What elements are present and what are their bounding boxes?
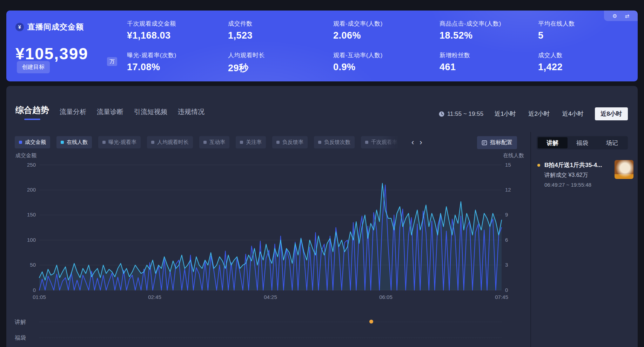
chip-marker: [318, 141, 321, 144]
metric-value: 5: [538, 30, 575, 41]
chip-label: 曝光-观看率: [108, 139, 136, 146]
metric-exposure-view-rate: 曝光-观看率(次数) 17.08%: [127, 51, 176, 73]
timeline-guide-luckybag: [39, 338, 502, 338]
tab-violations[interactable]: 违规情况: [177, 105, 205, 120]
chip-label: 负反馈次数: [324, 139, 350, 146]
chip-marker: [276, 141, 280, 144]
rp-tab-luckybag[interactable]: 福袋: [568, 137, 597, 148]
x-tick-0105: 01:05: [28, 294, 50, 300]
range-button-2h[interactable]: 近2小时: [527, 107, 551, 120]
x-tick-0605: 06:05: [375, 294, 397, 300]
swap-layout-icon[interactable]: ⇄: [625, 13, 629, 19]
chip-follow-rate[interactable]: 关注率: [236, 136, 266, 148]
banner-title: 直播间成交金额: [27, 22, 84, 32]
chip-per-mille-view[interactable]: 千次观看率: [361, 136, 402, 148]
chip-gmv[interactable]: 成交金额: [15, 136, 50, 148]
tab-referral-short-video[interactable]: 引流短视频: [133, 105, 168, 120]
settings-gear-icon[interactable]: ⚙: [612, 13, 617, 19]
gmv-unit-badge: 万: [107, 57, 117, 66]
trend-tabs: 综合趋势 流量分析 流量诊断 引流短视频 违规情况: [15, 102, 205, 120]
metric-value: 1,422: [538, 62, 563, 73]
chip-exposure-view-rate[interactable]: 曝光-观看率: [98, 136, 141, 148]
item-status-dot: [537, 164, 540, 167]
chip-label: 人均观看时长: [157, 139, 189, 146]
chip-marker: [102, 141, 106, 144]
chip-label: 在线人数: [67, 139, 88, 146]
metric-avg-watch-duration: 人均观看时长 29秒: [228, 51, 265, 74]
metric-value: 18.52%: [440, 30, 501, 41]
metric-gpm: 千次观看成交金额 ¥1,168.03: [127, 20, 176, 41]
rp-tab-log[interactable]: 场记: [597, 137, 627, 148]
metric-label: 商品点击-成交率(人数): [440, 20, 501, 28]
time-range-row: 11:55 ~ 19:55 近1小时 近2小时 近4小时 近8小时: [439, 107, 628, 120]
timeline-guide-explain: [39, 322, 502, 322]
chip-negative-feedback-count[interactable]: 负反馈次数: [314, 136, 355, 148]
timeline-row-explain-label: 讲解: [15, 319, 26, 326]
gmv-main-value: ¥105,399: [15, 44, 88, 63]
chip-label: 互动率: [209, 139, 225, 146]
metric-new-followers: 新增粉丝数 461: [440, 51, 470, 73]
metric-avg-online-users: 平均在线人数 5: [538, 20, 575, 41]
create-goal-button[interactable]: 创建目标: [17, 61, 50, 73]
config-grid-icon: [482, 140, 487, 146]
chip-online-users[interactable]: 在线人数: [56, 136, 92, 148]
x-tick-0425: 04:25: [260, 294, 281, 300]
banner-title-row: ¥ 直播间成交金额: [15, 22, 84, 32]
live-analytics-dashboard: ¥ 直播间成交金额 ¥105,399 万 创建目标 千次观看成交金额 ¥1,16…: [0, 0, 644, 347]
explain-event-dot[interactable]: [369, 320, 373, 323]
trend-line-chart[interactable]: [0, 160, 512, 295]
tab-traffic-analysis[interactable]: 流量分析: [59, 105, 87, 120]
item-product-title: B拍4斤送1斤共35-4...: [544, 161, 612, 169]
timeline-row-luckybag-label: 福袋: [15, 334, 26, 342]
metric-label: 观看-互动率(人数): [333, 51, 383, 59]
metric-label: 新增粉丝数: [440, 51, 470, 59]
chip-interaction-rate[interactable]: 互动率: [199, 136, 229, 148]
range-button-1h[interactable]: 近1小时: [493, 107, 517, 120]
metric-label: 曝光-观看率(次数): [127, 51, 176, 59]
chip-label: 负反馈率: [282, 139, 303, 146]
range-button-4h[interactable]: 近4小时: [561, 107, 585, 120]
explain-list-item[interactable]: B拍4斤送1斤共35-4... 讲解成交 ¥3.62万 06:49:27 ~ 1…: [537, 160, 634, 192]
chip-label: 千次观看率: [371, 139, 397, 146]
chips-prev-icon[interactable]: ‹: [411, 139, 414, 146]
metric-value: 0.9%: [333, 62, 383, 73]
metric-label: 成交件数: [228, 20, 253, 28]
metric-deal-items: 成交件数 1,523: [228, 20, 253, 41]
chip-avg-watch-duration[interactable]: 人均观看时长: [147, 136, 193, 148]
metric-label: 观看-成交率(人数): [333, 20, 383, 28]
yuan-icon: ¥: [15, 23, 24, 31]
chip-marker: [365, 141, 368, 144]
range-button-8h[interactable]: 近8小时: [595, 107, 628, 120]
metric-chips-row: 成交金额 在线人数 曝光-观看率 人均观看时长 互动率 关注率: [15, 136, 422, 148]
tab-overall-trend[interactable]: 综合趋势: [15, 102, 50, 120]
metric-value: ¥1,168.03: [127, 30, 176, 41]
rp-tab-explain[interactable]: 讲解: [538, 137, 568, 148]
chip-marker: [240, 141, 243, 144]
chip-gmv-marker: [19, 141, 22, 144]
metric-value: 1,523: [228, 30, 253, 41]
right-axis-title: 在线人数: [503, 152, 524, 159]
metric-config-button[interactable]: 指标配置: [477, 136, 517, 149]
time-range-text: 11:55 ~ 19:55: [447, 111, 483, 118]
metric-label: 平均在线人数: [538, 20, 575, 28]
x-tick-0745: 07:45: [491, 294, 512, 300]
metric-view-interaction-rate: 观看-互动率(人数) 0.9%: [333, 51, 383, 73]
metric-deal-users: 成交人数 1,422: [538, 51, 563, 73]
panel-divider: [530, 132, 531, 347]
metric-value: 29秒: [228, 62, 265, 74]
clock-icon: [439, 111, 444, 117]
config-button-label: 指标配置: [490, 139, 512, 146]
metric-click-deal-rate: 商品点击-成交率(人数) 18.52%: [440, 20, 501, 41]
chips-next-icon[interactable]: ›: [420, 139, 422, 146]
time-range-label: 11:55 ~ 19:55: [439, 111, 483, 118]
chips-pager: ‹ ›: [411, 139, 422, 146]
metric-view-deal-rate: 观看-成交率(人数) 2.06%: [333, 20, 383, 41]
product-thumbnail[interactable]: [615, 160, 633, 179]
left-axis-title: 成交金额: [15, 152, 36, 159]
banner-utility-pill: ⚙ ⇄: [604, 11, 638, 21]
chip-negative-feedback-rate[interactable]: 负反馈率: [272, 136, 308, 148]
tab-traffic-diagnosis[interactable]: 流量诊断: [96, 105, 124, 120]
metric-label: 千次观看成交金额: [127, 20, 176, 28]
right-panel-tabs: 讲解 福袋 场记: [537, 136, 628, 149]
item-time-range: 06:49:27 ~ 19:55:48: [544, 182, 591, 188]
